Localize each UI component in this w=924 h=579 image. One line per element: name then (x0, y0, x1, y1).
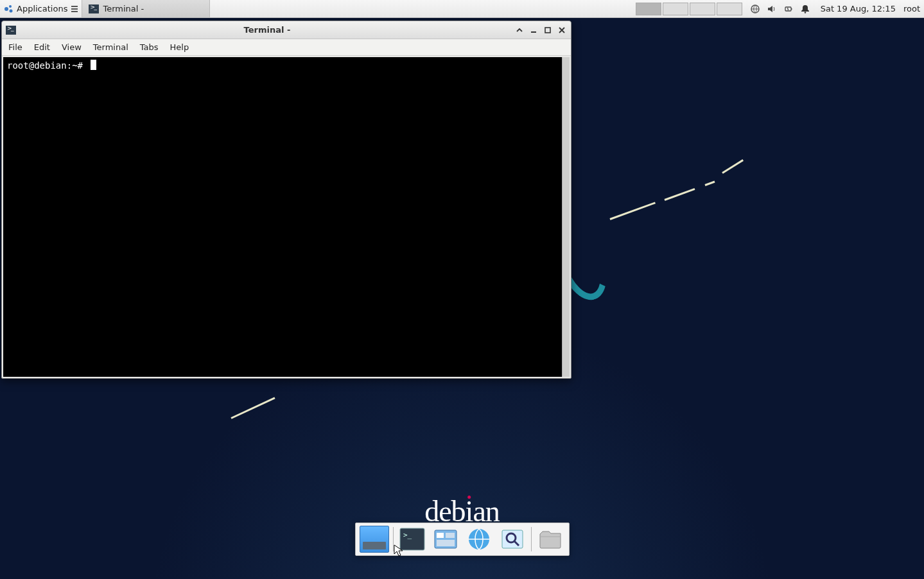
close-button[interactable] (557, 26, 567, 35)
workspace-3[interactable] (690, 3, 715, 15)
maximize-button[interactable] (543, 26, 553, 35)
panel-user[interactable]: root (900, 4, 924, 13)
svg-point-1 (9, 5, 12, 8)
terminal-prompt: root@debian:~# (7, 60, 88, 71)
volume-icon[interactable] (767, 4, 777, 14)
menu-terminal[interactable]: Terminal (93, 42, 128, 52)
shade-button[interactable] (514, 26, 525, 35)
svg-rect-12 (437, 533, 444, 538)
terminal-menubar: File Edit View Terminal Tabs Help (2, 39, 571, 56)
dock-file-manager[interactable] (431, 526, 460, 553)
menu-tabs[interactable]: Tabs (140, 42, 159, 52)
dock-separator (393, 527, 394, 551)
dock-panel: >_ (355, 523, 570, 556)
terminal-body[interactable]: root@debian:~# (3, 57, 570, 377)
workspace-2[interactable] (663, 3, 688, 15)
menu-edit[interactable]: Edit (34, 42, 50, 52)
svg-point-0 (4, 7, 8, 11)
menu-help[interactable]: Help (170, 42, 189, 52)
applications-menu-label: Applications (17, 4, 67, 13)
minimize-button[interactable] (528, 26, 539, 35)
dock-app-finder[interactable] (498, 526, 527, 553)
svg-rect-5 (791, 8, 792, 10)
system-tray (744, 0, 817, 17)
panel-clock[interactable]: Sat 19 Aug, 12:15 (817, 4, 900, 13)
notification-icon[interactable] (800, 4, 810, 14)
terminal-scrollbar[interactable] (562, 57, 570, 377)
top-panel: Applications Terminal - Sat 19 Aug, 12:1… (0, 0, 924, 18)
folder-icon (537, 528, 563, 551)
workspace-switcher[interactable] (634, 1, 744, 17)
terminal-output[interactable]: root@debian:~# (3, 57, 562, 377)
svg-text:>_: >_ (403, 531, 412, 539)
svg-point-2 (10, 9, 13, 12)
dock-show-desktop[interactable] (360, 526, 389, 553)
taskbar-item-label: Terminal - (103, 4, 144, 13)
svg-rect-8 (545, 28, 550, 33)
window-title: Terminal - (20, 25, 514, 35)
dock-folder[interactable] (536, 526, 565, 553)
workspace-4[interactable] (717, 3, 742, 15)
svg-rect-7 (531, 31, 536, 33)
terminal-icon: >_ (399, 528, 425, 551)
terminal-cursor (91, 60, 96, 70)
window-titlebar[interactable]: Terminal - (2, 21, 571, 39)
dock-web-browser[interactable] (464, 526, 494, 553)
workspace-1[interactable] (636, 3, 661, 15)
power-icon[interactable] (783, 4, 794, 14)
svg-rect-14 (437, 540, 455, 546)
applications-menu-button[interactable]: Applications (0, 0, 82, 17)
menu-view[interactable]: View (62, 42, 82, 52)
xfce-logo-icon (4, 4, 14, 14)
network-icon[interactable] (750, 4, 760, 14)
menu-lines-icon (71, 6, 78, 12)
file-manager-icon (433, 528, 458, 551)
app-finder-icon (500, 528, 525, 551)
terminal-icon (89, 4, 99, 13)
dock-separator (531, 527, 532, 551)
web-browser-icon (466, 528, 492, 551)
svg-point-6 (804, 12, 806, 13)
taskbar-item-terminal[interactable]: Terminal - (82, 0, 210, 17)
svg-rect-13 (446, 533, 455, 538)
terminal-icon (6, 26, 16, 35)
menu-file[interactable]: File (8, 42, 22, 52)
terminal-window: Terminal - File Edit View Terminal Tabs … (1, 21, 571, 379)
dock-terminal[interactable]: >_ (397, 526, 427, 553)
